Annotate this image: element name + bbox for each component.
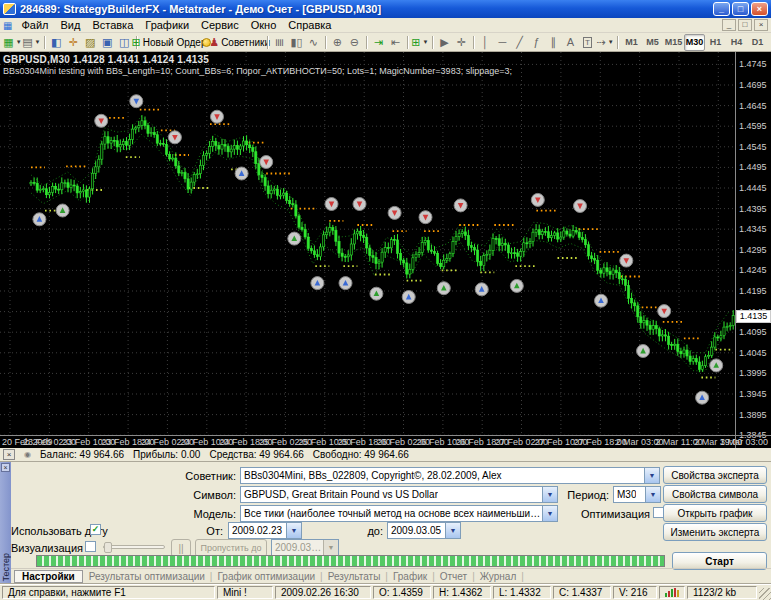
tab-journal[interactable]: Журнал	[476, 571, 521, 582]
equity-value: Средства: 49 964.66	[209, 449, 303, 460]
skip-date-select[interactable]: 2009.03.05 ▼	[271, 539, 339, 556]
maximize-button[interactable]: □	[732, 2, 749, 16]
timeframe-m30-button[interactable]: M30	[684, 34, 705, 51]
use-date-checkbox[interactable]: ✓	[90, 524, 101, 535]
trade-marker	[288, 232, 301, 245]
indicators-button[interactable]: ⊞▼	[411, 34, 429, 51]
profiles-button[interactable]: ▤▼	[22, 34, 41, 51]
terminal-close-button[interactable]: ×	[3, 449, 15, 460]
chevron-down-icon: ▼	[423, 39, 429, 45]
market-watch-button[interactable]: ◧	[48, 34, 65, 51]
close-button[interactable]: ×	[751, 2, 768, 16]
vertical-line-icon: │	[482, 36, 489, 48]
menu-file[interactable]: Файл	[15, 19, 54, 31]
trendline-button[interactable]: ╱	[511, 34, 528, 51]
timeframe-m15-button[interactable]: M15	[663, 34, 684, 51]
menu-view[interactable]: Вид	[55, 19, 87, 31]
trade-marker	[168, 131, 181, 144]
line-chart-button[interactable]: ∿	[305, 34, 322, 51]
channel-button[interactable]: ∥	[545, 34, 562, 51]
chart-area[interactable]: 1.47451.46951.46451.45951.45451.44951.44…	[0, 52, 771, 448]
timeframe-m1-button[interactable]: M1	[621, 34, 642, 51]
zoom-in-button[interactable]: ⊕	[329, 34, 346, 51]
resize-grip[interactable]	[759, 588, 771, 600]
mdi-restore-button[interactable]: □	[738, 19, 752, 31]
chevron-down-icon[interactable]: ▼	[645, 487, 660, 502]
modify-expert-button[interactable]: Изменить эксперта	[663, 523, 767, 541]
terminal-button[interactable]: ▣	[99, 34, 116, 51]
svg-text:3 Mar 03:00: 3 Mar 03:00	[720, 437, 768, 447]
vertical-line-button[interactable]: │	[477, 34, 494, 51]
timeframe-d1-button[interactable]: D1	[747, 34, 768, 51]
candlestick-chart-button[interactable]: ▮▯	[288, 34, 305, 51]
tab-report[interactable]: Отчет	[436, 571, 471, 582]
slider-handle[interactable]	[104, 542, 112, 553]
chevron-down-icon[interactable]: ▼	[542, 506, 557, 521]
menu-tools[interactable]: Сервис	[195, 19, 245, 31]
date-from-select[interactable]: 2009.02.23 ▼	[228, 522, 302, 539]
chevron-down-icon[interactable]: ▼	[286, 523, 301, 538]
status-volume: V: 216	[613, 586, 657, 599]
timeframe-h1-button[interactable]: H1	[705, 34, 726, 51]
visualization-checkbox[interactable]	[85, 541, 96, 552]
expert-select[interactable]: BBs0304Mini, BBs_022809, Copyright©, 28.…	[240, 467, 660, 484]
navigator-button[interactable]: ▨	[82, 34, 99, 51]
current-price-box: 1.4135	[736, 310, 771, 323]
menu-charts[interactable]: Графики	[139, 19, 195, 31]
expert-advisors-button[interactable]: ♟Советники	[215, 34, 264, 51]
timeframe-h4-button[interactable]: H4	[726, 34, 747, 51]
chart-shift-button[interactable]: ⇤	[387, 34, 404, 51]
period-select[interactable]: M30 ▼	[613, 486, 661, 503]
visualization-speed-slider[interactable]	[103, 545, 165, 549]
crosshair-button[interactable]: ✛	[453, 34, 470, 51]
toolbar: ▦▼ ▤▼ ◧ ✛ ▨ ▣ ◫ ⊞Новый Ордер ♟Советники …	[0, 33, 771, 52]
text-label-button[interactable]: T	[579, 34, 596, 51]
model-select[interactable]: Все тики (наиболее точный метод на основ…	[240, 505, 558, 522]
menu-insert[interactable]: Вставка	[86, 19, 139, 31]
fibonacci-button[interactable]: ƒ	[528, 34, 545, 51]
symbol-properties-button[interactable]: Свойства символа	[663, 485, 767, 503]
mdi-minimize-button[interactable]: _	[722, 19, 736, 31]
zoom-out-button[interactable]: ⊖	[346, 34, 363, 51]
bar-chart-button[interactable]: ≣	[271, 34, 288, 51]
menu-window[interactable]: Окно	[245, 19, 283, 31]
menu-help[interactable]: Справка	[282, 19, 337, 31]
strategy-tester-button[interactable]: ◫	[116, 34, 133, 51]
text-button[interactable]: A	[562, 34, 579, 51]
date-to-select[interactable]: 2009.03.05 ▼	[387, 522, 461, 539]
tab-graph[interactable]: График	[389, 571, 431, 582]
market-watch-icon: ◧	[51, 36, 61, 49]
horizontal-line-button[interactable]: ─	[494, 34, 511, 51]
data-window-button[interactable]: ✛	[65, 34, 82, 51]
symbol-label: Символ:	[131, 489, 236, 501]
arrows-button[interactable]: ⇢▼	[596, 34, 614, 51]
tab-results[interactable]: Результаты	[324, 571, 385, 582]
new-chart-button[interactable]: ▦▼	[3, 34, 22, 51]
connection-bars-icon	[665, 588, 679, 597]
tab-optimization-graph[interactable]: График оптимизации	[213, 571, 319, 582]
timeframe-m5-button[interactable]: M5	[642, 34, 663, 51]
svg-text:1.3945: 1.3945	[739, 389, 767, 399]
chevron-down-icon[interactable]: ▼	[644, 468, 659, 483]
svg-text:1.4545: 1.4545	[739, 142, 767, 152]
cursor-button[interactable]: ▶	[436, 34, 453, 51]
trade-marker	[325, 198, 338, 211]
open-chart-button[interactable]: Открыть график	[663, 504, 767, 522]
new-order-button[interactable]: ⊞Новый Ордер	[140, 34, 199, 51]
tab-optimization-results[interactable]: Результаты оптимизации	[85, 571, 209, 582]
tab-settings[interactable]: Настройки	[14, 570, 83, 583]
svg-text:1.3895: 1.3895	[739, 410, 767, 420]
symbol-select[interactable]: GBPUSD, Great Britain Pound vs US Dollar…	[240, 486, 558, 503]
chevron-down-icon: ▼	[323, 540, 338, 555]
expert-properties-button[interactable]: Свойства эксперта	[663, 466, 767, 484]
trade-marker	[574, 200, 587, 213]
auto-scroll-button[interactable]: ⇥	[370, 34, 387, 51]
trade-marker	[531, 193, 544, 206]
free-margin-value: Свободно: 49 964.66	[313, 449, 409, 460]
minimize-button[interactable]: _	[713, 2, 730, 16]
tester-close-button[interactable]: ×	[1, 463, 10, 472]
chevron-down-icon[interactable]: ▼	[445, 523, 460, 538]
trade-marker	[402, 291, 415, 304]
trade-marker	[437, 282, 450, 295]
mdi-close-button[interactable]: ×	[754, 19, 768, 31]
